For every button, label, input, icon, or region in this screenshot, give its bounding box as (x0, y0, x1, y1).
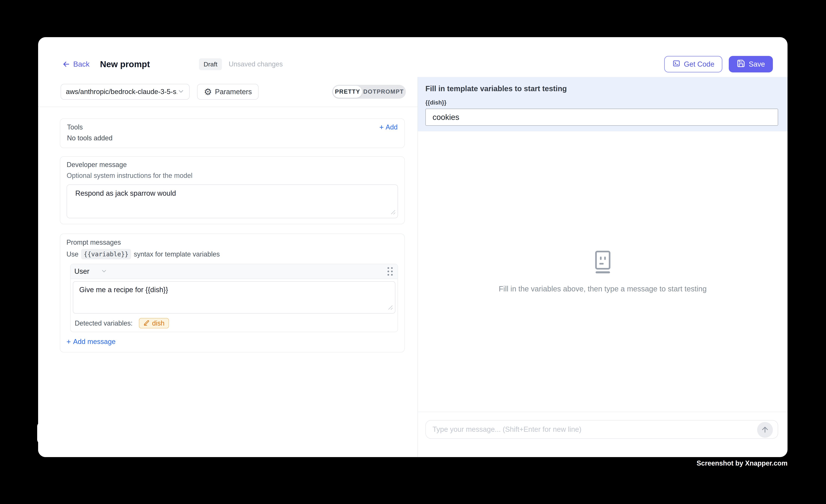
prompt-messages-card: Prompt messages Use {{variable}} syntax … (60, 234, 405, 353)
app-body: aws/anthropic/bedrock-claude-3-5-s... ⚙ … (38, 77, 787, 457)
message-textarea-wrap: Give me a recipe for {{dish}} (73, 281, 395, 314)
syntax-hint: Use {{variable}} syntax for template var… (66, 249, 398, 259)
toggle-pretty[interactable]: PRETTY (333, 86, 362, 98)
tools-empty-text: No tools added (67, 134, 398, 142)
header-actions: Get Code Save (664, 56, 773, 72)
model-select[interactable]: aws/anthropic/bedrock-claude-3-5-s... (61, 84, 190, 100)
developer-message-textarea-wrap: Respond as jack sparrow would (67, 184, 398, 218)
detected-variables-label: Detected variables: (75, 319, 132, 327)
add-message-label: Add message (73, 338, 115, 345)
developer-message-card: Developer message Optional system instru… (60, 156, 405, 224)
detected-variables-row: Detected variables: dish (75, 318, 395, 328)
watermark-text: Screenshot by Xnapper.com (697, 459, 787, 467)
composer-box (425, 420, 778, 439)
drag-handle-icon[interactable] (388, 267, 393, 276)
tools-card: Tools Add No tools added (60, 118, 405, 148)
syntax-code-chip: {{variable}} (81, 249, 131, 259)
unsaved-changes-text: Unsaved changes (229, 60, 283, 68)
chevron-down-icon (177, 87, 185, 96)
add-message-button[interactable]: Add message (66, 338, 116, 345)
page-title: New prompt (100, 59, 150, 69)
app-window: Back New prompt Draft Unsaved changes Ge… (38, 37, 787, 457)
variable-key-label: {{dish}} (425, 99, 778, 106)
syntax-suffix: syntax for template variables (134, 250, 220, 258)
developer-message-subtitle: Optional system instructions for the mod… (67, 172, 398, 180)
parameters-label: Parameters (215, 88, 252, 96)
variable-chip-dish[interactable]: dish (139, 318, 169, 328)
tools-card-header: Tools Add (67, 123, 398, 131)
chevron-down-icon (101, 268, 107, 275)
variable-value-input[interactable] (425, 109, 778, 126)
developer-message-title: Developer message (67, 161, 398, 169)
get-code-button[interactable]: Get Code (664, 56, 722, 72)
add-tool-button[interactable]: Add (379, 123, 398, 131)
save-icon (736, 59, 745, 69)
empty-state-text: Fill in the variables above, then type a… (499, 285, 707, 293)
model-select-value: aws/anthropic/bedrock-claude-3-5-s... (66, 88, 177, 96)
editor-toolbar: aws/anthropic/bedrock-claude-3-5-s... ⚙ … (38, 77, 417, 107)
message-block: User Give me a recipe for {{dish}} (70, 264, 398, 332)
tools-title: Tools (67, 123, 83, 131)
template-variables-title: Fill in template variables to start test… (425, 84, 778, 93)
get-code-label: Get Code (684, 60, 714, 68)
syntax-prefix: Use (66, 250, 78, 258)
variable-chip-label: dish (152, 319, 165, 327)
save-button[interactable]: Save (729, 56, 773, 72)
developer-message-textarea[interactable]: Respond as jack sparrow would (67, 184, 398, 218)
prompt-messages-title: Prompt messages (66, 239, 398, 246)
role-select-value: User (74, 267, 90, 275)
back-button[interactable]: Back (62, 60, 90, 68)
test-panel: Fill in template variables to start test… (417, 77, 787, 457)
gear-icon: ⚙ (204, 87, 212, 96)
send-button[interactable] (757, 422, 773, 438)
back-arrow-icon (62, 60, 71, 68)
template-variables-section: Fill in template variables to start test… (418, 77, 787, 131)
view-mode-toggle: PRETTY DOTPROMPT (332, 85, 406, 99)
message-textarea[interactable]: Give me a recipe for {{dish}} (73, 281, 395, 314)
status-badge: Draft (199, 58, 222, 70)
save-label: Save (749, 60, 765, 68)
prompt-editor-panel: aws/anthropic/bedrock-claude-3-5-s... ⚙ … (38, 77, 417, 457)
composer-area (418, 412, 787, 457)
toggle-dotprompt[interactable]: DOTPROMPT (362, 88, 405, 95)
back-label: Back (73, 60, 90, 68)
arrow-up-icon (761, 425, 769, 435)
parameters-button[interactable]: ⚙ Parameters (197, 84, 258, 100)
robot-face-icon (592, 250, 613, 275)
add-tool-label: Add (386, 123, 398, 131)
terminal-icon (672, 59, 681, 69)
chat-empty-area: Fill in the variables above, then type a… (418, 131, 787, 412)
app-header: Back New prompt Draft Unsaved changes Ge… (38, 37, 787, 77)
message-input[interactable] (426, 421, 778, 438)
message-header: User (71, 264, 398, 279)
pencil-icon (143, 320, 150, 327)
editor-scroll-area: Tools Add No tools added Developer messa… (38, 107, 417, 457)
role-select[interactable]: User (74, 267, 107, 275)
resize-grip-icon[interactable] (390, 209, 396, 216)
resize-grip-icon[interactable] (387, 304, 394, 311)
